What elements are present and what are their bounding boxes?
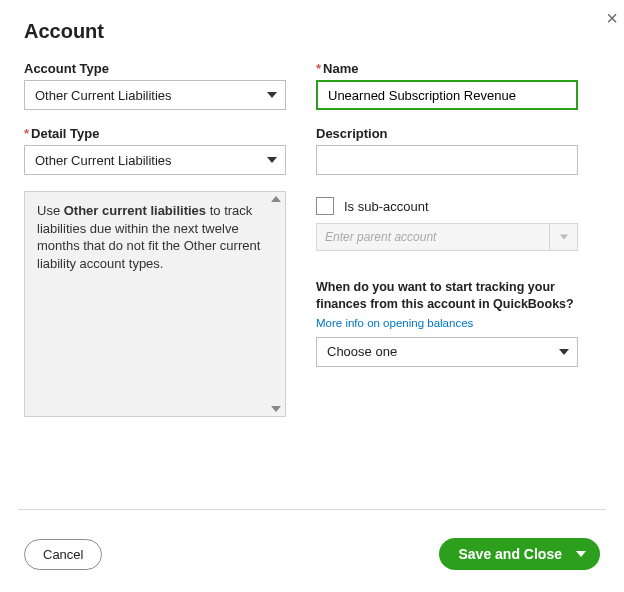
tracking-question: When do you want to start tracking your … xyxy=(316,279,578,313)
close-icon[interactable]: × xyxy=(606,8,618,28)
parent-account-input: Enter parent account xyxy=(316,223,550,251)
account-type-value: Other Current Liabilities xyxy=(35,88,172,103)
save-and-close-button[interactable]: Save and Close xyxy=(439,538,601,570)
account-modal: × Account Account Type Other Current Lia… xyxy=(0,0,624,592)
save-button-label: Save and Close xyxy=(459,546,563,562)
cancel-button[interactable]: Cancel xyxy=(24,539,102,570)
sub-account-label: Is sub-account xyxy=(344,199,429,214)
name-input[interactable] xyxy=(316,80,578,110)
detail-type-select[interactable]: Other Current Liabilities xyxy=(24,145,286,175)
tracking-start-value: Choose one xyxy=(327,344,397,359)
info-text-prefix: Use xyxy=(37,203,64,218)
detail-type-value: Other Current Liabilities xyxy=(35,153,172,168)
detail-type-label: *Detail Type xyxy=(24,126,286,141)
sub-account-checkbox[interactable] xyxy=(316,197,334,215)
footer-divider xyxy=(18,509,606,510)
parent-account-dropdown-button xyxy=(550,223,578,251)
info-text-bold: Other current liabilities xyxy=(64,203,206,218)
account-type-label: Account Type xyxy=(24,61,286,76)
modal-title: Account xyxy=(24,20,600,43)
scroll-down-icon[interactable] xyxy=(271,406,281,412)
chevron-down-icon xyxy=(267,157,277,163)
chevron-down-icon xyxy=(559,349,569,355)
description-label: Description xyxy=(316,126,578,141)
name-label: *Name xyxy=(316,61,578,76)
account-type-select[interactable]: Other Current Liabilities xyxy=(24,80,286,110)
opening-balances-link[interactable]: More info on opening balances xyxy=(316,317,578,329)
description-input[interactable] xyxy=(316,145,578,175)
chevron-down-icon[interactable] xyxy=(576,551,586,557)
parent-account-field: Enter parent account xyxy=(316,223,578,251)
tracking-start-select[interactable]: Choose one xyxy=(316,337,578,367)
chevron-down-icon xyxy=(267,92,277,98)
detail-type-info: Use Other current liabilities to track l… xyxy=(24,191,286,417)
scroll-up-icon[interactable] xyxy=(271,196,281,202)
